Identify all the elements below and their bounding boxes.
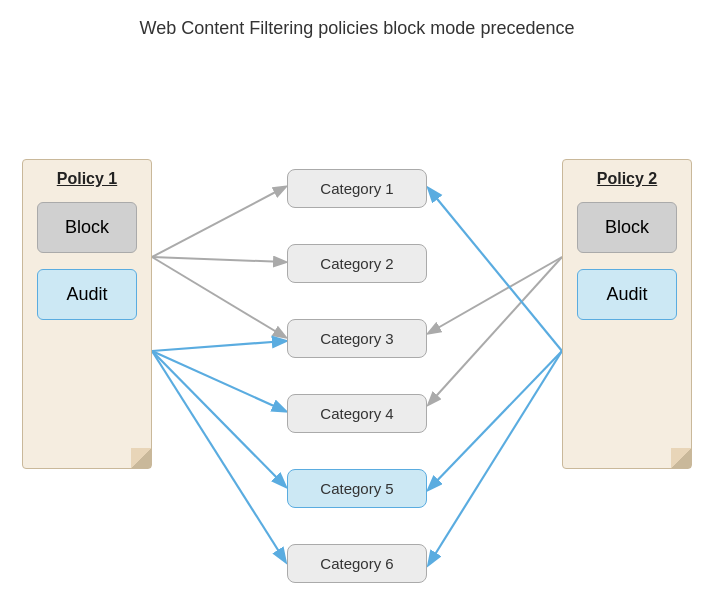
category-1: Category 1 [287, 169, 427, 208]
category-4: Category 4 [287, 394, 427, 433]
category-6: Category 6 [287, 544, 427, 583]
policy1-block-box: Block [37, 202, 137, 253]
diagram: Policy 1 Block Audit Policy 2 Block Audi… [0, 49, 714, 589]
policy2-title: Policy 2 [597, 170, 657, 188]
policy1-audit-box: Audit [37, 269, 137, 320]
svg-line-8 [152, 351, 285, 561]
svg-line-10 [429, 351, 562, 489]
category-2: Category 2 [287, 244, 427, 283]
policy2-block-box: Block [577, 202, 677, 253]
category-3: Category 3 [287, 319, 427, 358]
svg-line-0 [152, 187, 285, 257]
svg-line-9 [429, 189, 562, 351]
svg-line-4 [429, 257, 562, 404]
svg-line-6 [152, 351, 285, 411]
svg-line-3 [429, 257, 562, 333]
policy2-box: Policy 2 Block Audit [562, 159, 692, 469]
policy1-box: Policy 1 Block Audit [22, 159, 152, 469]
svg-line-2 [152, 257, 285, 337]
page-title: Web Content Filtering policies block mod… [0, 0, 714, 49]
policy2-audit-box: Audit [577, 269, 677, 320]
category-5: Category 5 [287, 469, 427, 508]
svg-line-1 [152, 257, 285, 262]
svg-line-11 [429, 351, 562, 564]
policy1-title: Policy 1 [57, 170, 117, 188]
svg-line-5 [152, 341, 285, 351]
svg-line-7 [152, 351, 285, 486]
